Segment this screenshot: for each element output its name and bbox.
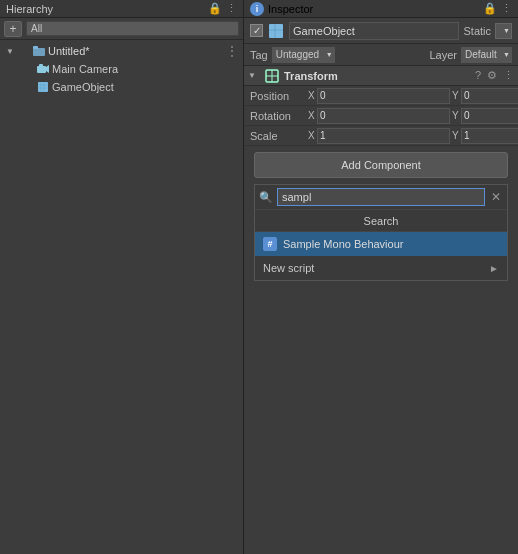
tag-label: Tag xyxy=(250,49,268,61)
gameobject-cube-icon xyxy=(36,80,50,94)
scale-row: Scale X Y Z xyxy=(244,126,518,146)
more-icon: ⋮ xyxy=(226,2,237,15)
rotation-label: Rotation xyxy=(250,110,308,122)
hierarchy-title: Hierarchy xyxy=(6,3,53,15)
scale-x-input[interactable] xyxy=(317,128,450,144)
search-dropdown: 🔍 ✕ Search # Sample Mono Behaviour New s… xyxy=(254,184,508,281)
transform-header: ▼ Transform ? ⚙ ⋮ xyxy=(244,66,518,86)
gameobject-icon xyxy=(267,22,285,40)
svg-rect-10 xyxy=(269,24,283,38)
transform-help-icon[interactable]: ? xyxy=(475,69,481,82)
svg-rect-2 xyxy=(37,66,46,73)
scale-y-label: Y xyxy=(452,130,460,141)
layer-dropdown-wrapper: Default ▼ xyxy=(461,47,512,63)
search-input[interactable] xyxy=(277,188,485,206)
camera-label: Main Camera xyxy=(52,63,118,75)
inspector-panel: i Inspector 🔒 ⋮ Static ▼ Tag Untagged xyxy=(244,0,518,554)
svg-rect-0 xyxy=(33,48,45,56)
gameobject-name-input[interactable] xyxy=(289,22,459,40)
scale-y-input[interactable] xyxy=(461,128,518,144)
transform-settings-icon[interactable]: ⚙ xyxy=(487,69,497,82)
rotation-y-input[interactable] xyxy=(461,108,518,124)
scale-label: Scale xyxy=(250,130,308,142)
search-section-label: Search xyxy=(255,210,507,232)
position-row: Position X Y Z xyxy=(244,86,518,106)
layer-label: Layer xyxy=(429,49,457,61)
tag-dropdown-wrapper: Untagged ▼ xyxy=(272,47,335,63)
scale-y-field: Y xyxy=(452,128,518,144)
search-input-wrapper: 🔍 ✕ xyxy=(255,185,507,210)
transform-icon xyxy=(264,68,280,84)
gameobject-row: Static ▼ xyxy=(244,18,518,44)
rotation-y-field: Y xyxy=(452,108,518,124)
static-dropdown[interactable] xyxy=(495,23,512,39)
svg-rect-1 xyxy=(33,46,38,49)
scene-label: Untitled* xyxy=(48,45,90,57)
static-label: Static xyxy=(463,25,491,37)
inspector-header-icons: 🔒 ⋮ xyxy=(483,2,512,15)
transform-fold-arrow[interactable]: ▼ xyxy=(248,71,260,80)
rotation-x-label: X xyxy=(308,110,316,121)
rotation-x-input[interactable] xyxy=(317,108,450,124)
scene-expand-arrow xyxy=(4,45,16,57)
hierarchy-content: Untitled* ⋮ Main Camera xyxy=(0,40,243,554)
new-script-label: New script xyxy=(263,262,485,274)
rotation-x-field: X xyxy=(308,108,450,124)
transform-title: Transform xyxy=(284,70,471,82)
hierarchy-title-text: Hierarchy xyxy=(6,3,53,15)
hierarchy-header: Hierarchy 🔒 ⋮ xyxy=(0,0,243,18)
scale-x-field: X xyxy=(308,128,450,144)
inspector-more-icon: ⋮ xyxy=(501,2,512,15)
layer-dropdown[interactable]: Default xyxy=(461,47,512,63)
tag-layer-row: Tag Untagged ▼ Layer Default ▼ xyxy=(244,44,518,66)
hierarchy-search-input[interactable] xyxy=(26,21,239,36)
inspector-lock-icon: 🔒 xyxy=(483,2,497,15)
transform-more-icon[interactable]: ⋮ xyxy=(503,69,514,82)
inspector-title: Inspector xyxy=(268,3,313,15)
position-x-input[interactable] xyxy=(317,88,450,104)
gameobject-active-checkbox[interactable] xyxy=(250,24,263,37)
static-dropdown-wrapper: ▼ xyxy=(495,23,512,39)
tag-dropdown[interactable]: Untagged xyxy=(272,47,335,63)
svg-rect-4 xyxy=(39,64,43,67)
position-y-field: Y xyxy=(452,88,518,104)
hierarchy-header-icons: 🔒 ⋮ xyxy=(208,2,237,15)
position-x-field: X xyxy=(308,88,450,104)
rotation-xyz-group: X Y Z xyxy=(308,108,518,124)
hierarchy-toolbar: + xyxy=(0,18,243,40)
scene-icon xyxy=(32,44,46,58)
scene-options-icon[interactable]: ⋮ xyxy=(225,43,239,59)
sample-mono-label: Sample Mono Behaviour xyxy=(283,238,499,250)
camera-icon xyxy=(36,62,50,76)
rotation-row: Rotation X Y Z xyxy=(244,106,518,126)
inspector-header: i Inspector 🔒 ⋮ xyxy=(244,0,518,18)
svg-rect-5 xyxy=(38,82,48,92)
inspector-info-icon: i xyxy=(250,2,264,16)
tree-item-camera[interactable]: Main Camera xyxy=(0,60,243,78)
rotation-y-label: Y xyxy=(452,110,460,121)
script-hash-icon: # xyxy=(263,237,277,251)
transform-icons-right: ? ⚙ ⋮ xyxy=(475,69,514,82)
gameobject-label: GameObject xyxy=(52,81,114,93)
lock-icon: 🔒 xyxy=(208,2,222,15)
scale-xyz-group: X Y Z xyxy=(308,128,518,144)
position-y-input[interactable] xyxy=(461,88,518,104)
search-magnifier-icon: 🔍 xyxy=(259,191,273,204)
tree-item-scene[interactable]: Untitled* ⋮ xyxy=(0,42,243,60)
svg-marker-3 xyxy=(46,65,49,73)
hierarchy-add-button[interactable]: + xyxy=(4,21,22,37)
hierarchy-panel: Hierarchy 🔒 ⋮ + Untitled* ⋮ xyxy=(0,0,244,554)
scale-x-label: X xyxy=(308,130,316,141)
position-label: Position xyxy=(250,90,308,102)
position-y-label: Y xyxy=(452,90,460,101)
search-clear-button[interactable]: ✕ xyxy=(489,190,503,204)
search-result-new-script[interactable]: New script ► xyxy=(255,256,507,280)
inspector-footer xyxy=(244,281,518,554)
inspector-title-row: i Inspector xyxy=(250,2,313,16)
position-x-label: X xyxy=(308,90,316,101)
position-xyz-group: X Y Z xyxy=(308,88,518,104)
add-component-button[interactable]: Add Component xyxy=(254,152,508,178)
new-script-arrow-icon: ► xyxy=(489,263,499,274)
tree-item-gameobject[interactable]: GameObject xyxy=(0,78,243,96)
search-result-sample-mono[interactable]: # Sample Mono Behaviour xyxy=(255,232,507,256)
